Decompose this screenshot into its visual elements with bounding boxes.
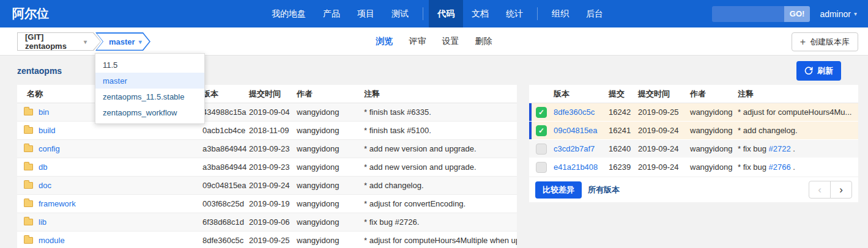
file-comment: * add new version and upgrade.: [364, 162, 517, 172]
next-page-button[interactable]: ›: [830, 181, 852, 199]
branch-menu-item[interactable]: master: [95, 73, 204, 89]
tab-review[interactable]: 评审: [401, 36, 434, 47]
file-link[interactable]: module: [39, 236, 65, 245]
col-time: 提交时间: [638, 89, 690, 100]
user-name: adminor: [820, 9, 851, 19]
commit-time: 2019-09-24: [638, 162, 690, 172]
chevron-down-icon: ▾: [84, 38, 87, 45]
branch-menu-item[interactable]: 11.5: [95, 57, 204, 73]
file-rev: a3ba864944: [202, 162, 249, 172]
all-versions-link[interactable]: 所有版本: [588, 184, 620, 195]
branch-selector-label: master: [109, 37, 135, 46]
files-table: 名称 版本 提交时间 作者 注释 bin 434988c15a 2019-09-…: [17, 85, 517, 248]
tab-delete[interactable]: 删除: [467, 36, 500, 47]
file-author: wangyidong: [297, 199, 364, 208]
folder-icon: [24, 219, 33, 225]
file-comment: * finish task #5100.: [364, 126, 517, 135]
file-comment: * adjust for computeHours4Multiple when …: [364, 236, 517, 245]
refresh-icon: [804, 67, 813, 75]
app-logo[interactable]: 阿尔位: [0, 0, 61, 27]
bug-link[interactable]: #2722: [769, 144, 791, 153]
file-time: 2019-09-06: [249, 217, 297, 227]
file-time: 2019-09-19: [249, 199, 297, 208]
file-time: 2018-11-09: [249, 126, 297, 135]
plus-icon: +: [800, 37, 806, 47]
repo-selector[interactable]: [GIT] zentaopms ▾: [17, 32, 101, 51]
commit-hash-link[interactable]: 8dfe360c5c: [554, 108, 609, 117]
commits-footer: 比较差异 所有版本 ‹ ›: [529, 177, 858, 202]
file-link[interactable]: doc: [39, 181, 51, 190]
nav-item-code[interactable]: 代码: [429, 0, 463, 27]
tab-settings[interactable]: 设置: [434, 36, 467, 47]
file-author: wangyidong: [297, 162, 364, 172]
folder-icon: [24, 200, 33, 207]
file-link[interactable]: framework: [39, 199, 76, 208]
file-author: wangyidong: [297, 236, 364, 245]
file-link[interactable]: bin: [39, 108, 49, 117]
nav-item-project[interactable]: 项目: [349, 0, 383, 27]
file-rev: 09c04815ea: [202, 181, 249, 190]
file-comment: * fix bug #2726.: [364, 217, 517, 227]
commit-row: ✓ 8dfe360c5c 16242 2019-09-25 wangyidong…: [529, 103, 858, 122]
commit-author: wangyidong: [690, 162, 738, 172]
file-link[interactable]: config: [39, 144, 60, 153]
user-menu[interactable]: adminor ▾: [820, 9, 857, 19]
col-commit: 提交: [609, 89, 638, 100]
commit-checkbox[interactable]: ✓: [536, 107, 547, 118]
branch-menu-item[interactable]: zentaopms_11.5.stable: [95, 89, 204, 104]
col-author: 作者: [297, 89, 364, 100]
file-author: wangyidong: [297, 217, 364, 227]
bug-link[interactable]: #2766: [769, 162, 791, 172]
search-input[interactable]: [712, 6, 784, 22]
branch-selector[interactable]: master ▾: [95, 32, 150, 51]
navbar-right: GO! adminor ▾: [712, 0, 868, 27]
commit-author: wangyidong: [690, 126, 738, 135]
commit-comment: * fix bug #2766 .: [738, 162, 858, 172]
file-rev: 0acb1cb4ce: [202, 126, 249, 135]
commit-checkbox[interactable]: ✓: [536, 162, 547, 173]
refresh-button[interactable]: 刷新: [796, 61, 841, 81]
nav-item-stats[interactable]: 统计: [497, 0, 532, 27]
commit-comment: * adjust for computeHours4Mu...: [738, 108, 858, 117]
nav-item-org[interactable]: 组织: [543, 0, 577, 27]
col-comment: 注释: [738, 89, 858, 100]
file-link[interactable]: build: [39, 126, 55, 135]
file-time: 2019-09-04: [249, 108, 297, 117]
nav-item-product[interactable]: 产品: [314, 0, 349, 27]
commit-hash-link[interactable]: c3cd2b7af7: [554, 144, 609, 153]
commit-checkbox[interactable]: ✓: [536, 125, 547, 136]
tab-browse[interactable]: 浏览: [368, 36, 401, 47]
file-comment: * adjust for convertEncoding.: [364, 199, 517, 208]
file-time: 2019-09-23: [249, 162, 297, 172]
commit-row: ✓ e41a21b408 16239 2019-09-24 wangyidong…: [529, 158, 858, 177]
repo-toolbar: 浏览 评审 设置 删除 [GIT] zentaopms ▾ master ▾ +…: [0, 27, 868, 56]
nav-item-admin[interactable]: 后台: [577, 0, 612, 27]
folder-icon: [24, 109, 33, 115]
file-comment: * add changelog.: [364, 181, 517, 190]
folder-icon: [24, 182, 33, 189]
commit-number: 16241: [609, 126, 638, 135]
nav-item-my-dashboard[interactable]: 我的地盘: [263, 0, 314, 27]
col-rev: 版本: [554, 89, 609, 100]
chevron-down-icon: ▾: [139, 38, 142, 45]
nav-item-test[interactable]: 测试: [383, 0, 417, 27]
commit-hash-link[interactable]: e41a21b408: [554, 162, 609, 172]
main-nav: 我的地盘 产品 项目 测试 代码 文档 统计 组织 后台: [263, 0, 612, 27]
create-repo-button[interactable]: + 创建版本库: [792, 32, 858, 51]
compare-diff-button[interactable]: 比较差异: [535, 181, 582, 199]
chevron-down-icon: ▾: [854, 10, 857, 17]
commit-hash-link[interactable]: 09c04815ea: [554, 126, 609, 135]
file-time: 2019-09-25: [249, 236, 297, 245]
nav-item-doc[interactable]: 文档: [463, 0, 497, 27]
file-link[interactable]: db: [39, 162, 47, 172]
branch-menu-item[interactable]: zentaopms_workflow: [95, 104, 204, 120]
prev-page-button[interactable]: ‹: [809, 181, 831, 199]
file-row: build 0acb1cb4ce 2018-11-09 wangyidong *…: [17, 122, 517, 140]
global-search: GO!: [712, 6, 811, 22]
commits-table: 版本 提交 提交时间 作者 注释 ✓ 8dfe360c5c 16242 2019…: [529, 85, 858, 177]
search-go-button[interactable]: GO!: [784, 6, 811, 22]
commit-checkbox[interactable]: ✓: [536, 144, 547, 155]
commit-row: ✓ 09c04815ea 16241 2019-09-24 wangyidong…: [529, 122, 858, 140]
commit-comment: * fix bug #2722 .: [738, 144, 858, 153]
file-link[interactable]: lib: [39, 217, 46, 227]
